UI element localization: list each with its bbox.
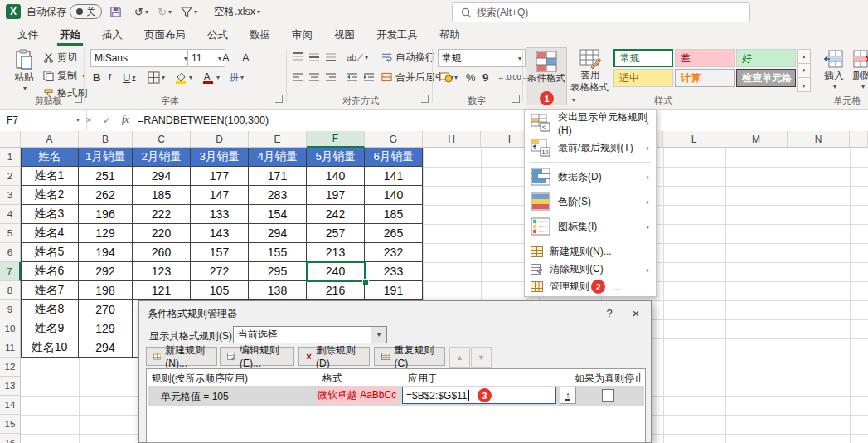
name-box[interactable]: F7▾: [0, 110, 87, 130]
row-header-8[interactable]: 8: [0, 281, 21, 300]
cell-style-计算[interactable]: 计算: [675, 69, 735, 87]
table-cell[interactable]: 129: [79, 319, 133, 338]
table-cell[interactable]: 154: [249, 205, 307, 224]
increase-indent-button[interactable]: [363, 69, 375, 85]
table-cell[interactable]: 143: [191, 224, 249, 243]
table-cell[interactable]: 138: [249, 281, 307, 300]
table-cell[interactable]: 157: [191, 243, 249, 262]
alignment-dialog-launcher[interactable]: [421, 95, 429, 103]
column-header-N[interactable]: N: [788, 131, 850, 148]
table-cell[interactable]: 171: [249, 167, 307, 186]
table-header-cell[interactable]: 姓名: [21, 148, 79, 167]
table-header-cell[interactable]: 6月销量: [365, 148, 423, 167]
table-cell[interactable]: 姓名1: [21, 167, 79, 186]
table-cell[interactable]: 姓名3: [21, 205, 79, 224]
gallery-scroll-down-button[interactable]: ▾: [797, 63, 811, 78]
stop-if-true-checkbox[interactable]: [602, 389, 614, 402]
table-cell[interactable]: 姓名8: [21, 300, 79, 319]
table-cell[interactable]: 242: [307, 205, 365, 224]
menu-item-图标集-I-[interactable]: 图标集(I)›: [525, 214, 656, 239]
cell-style-差[interactable]: 差: [675, 49, 735, 67]
table-cell[interactable]: 177: [191, 167, 249, 186]
column-header-H[interactable]: H: [423, 131, 481, 148]
tab-数据[interactable]: 数据: [239, 24, 281, 46]
selected-cell-F7[interactable]: [306, 261, 366, 282]
row-header-14[interactable]: 14: [0, 396, 21, 415]
row-header-16[interactable]: 16: [0, 434, 21, 443]
table-header-cell[interactable]: 4月销量: [249, 148, 307, 167]
table-cell[interactable]: 216: [307, 281, 365, 300]
table-cell[interactable]: 155: [249, 243, 307, 262]
table-cell[interactable]: 222: [133, 205, 191, 224]
table-cell[interactable]: 270: [79, 300, 133, 319]
column-header-F[interactable]: F: [307, 131, 365, 148]
cell-style-好[interactable]: 好: [736, 49, 796, 67]
dialog-help-button[interactable]: ?: [598, 304, 621, 321]
table-cell[interactable]: 272: [191, 262, 249, 281]
row-header-10[interactable]: 10: [0, 319, 21, 338]
table-cell[interactable]: 295: [249, 262, 307, 281]
column-header-partial[interactable]: [850, 131, 868, 148]
bold-button[interactable]: B: [93, 69, 100, 85]
row-header-5[interactable]: 5: [0, 224, 21, 243]
table-header-cell[interactable]: 2月销量: [133, 148, 191, 167]
tab-插入[interactable]: 插入: [91, 24, 133, 46]
save-button[interactable]: [109, 3, 122, 20]
tab-开始[interactable]: 开始: [49, 24, 91, 46]
formula-input[interactable]: =RANDBETWEEN(100,300): [138, 110, 269, 130]
decrease-font-button[interactable]: Aˇ: [242, 49, 251, 66]
cell-style-适中[interactable]: 适中: [613, 69, 673, 87]
orientation-button[interactable]: ab⟋▾: [347, 49, 368, 66]
tab-审阅[interactable]: 审阅: [281, 24, 323, 46]
show-rules-select[interactable]: 当前选择 ▾: [233, 326, 387, 343]
increase-font-button[interactable]: Aˆ: [222, 49, 231, 66]
select-all-corner[interactable]: [0, 131, 21, 148]
edit-rule-button[interactable]: 编辑规则(E)...: [220, 347, 294, 366]
menu-item-清除规则-C-[interactable]: 清除规则(C)›: [525, 260, 656, 278]
phonetic-guide-button[interactable]: 拼▾: [230, 69, 244, 85]
percent-style-button[interactable]: %: [466, 69, 476, 85]
cell-style-检查单元格[interactable]: 检查单元格: [736, 69, 796, 87]
table-cell[interactable]: 294: [79, 338, 133, 358]
menu-item-最前-最后规则-T-[interactable]: 10最前/最后规则(T)›: [525, 135, 656, 160]
column-header-C[interactable]: C: [133, 131, 191, 148]
fill-handle[interactable]: [362, 279, 369, 285]
cell-style-常规[interactable]: 常规: [613, 49, 673, 67]
menu-item-管理规则[interactable]: 管理规则2...: [525, 278, 656, 295]
align-center-button[interactable]: [308, 69, 320, 85]
table-cell[interactable]: 197: [307, 186, 365, 205]
move-rule-up-button[interactable]: ▲: [449, 347, 470, 368]
new-rule-button[interactable]: 新建规则(N)...: [146, 347, 217, 366]
table-cell[interactable]: 姓名6: [21, 262, 79, 281]
table-cell[interactable]: 191: [365, 281, 423, 300]
cancel-formula-button[interactable]: ×: [80, 110, 98, 130]
table-cell[interactable]: 姓名7: [21, 281, 79, 300]
fill-color-button[interactable]: ▾: [174, 69, 192, 85]
table-cell[interactable]: 姓名10: [21, 338, 79, 358]
row-header-4[interactable]: 4: [0, 205, 21, 224]
dialog-close-button[interactable]: ×: [624, 304, 647, 321]
tab-开发工具[interactable]: 开发工具: [366, 24, 429, 46]
table-cell[interactable]: 292: [79, 262, 133, 281]
row-header-9[interactable]: 9: [0, 300, 21, 319]
undo-button[interactable]: ↺▾: [134, 3, 148, 20]
menu-item-数据条-D-[interactable]: 数据条(D)›: [525, 164, 656, 189]
number-format-select[interactable]: 常规▾: [438, 49, 526, 67]
move-rule-down-button[interactable]: ▼: [471, 347, 492, 368]
table-cell[interactable]: 121: [133, 281, 191, 300]
column-header-L[interactable]: L: [663, 131, 725, 148]
column-header-D[interactable]: D: [191, 131, 249, 148]
table-cell[interactable]: 257: [307, 224, 365, 243]
rule-row[interactable]: 单元格值 = 105 微软卓越 AaBbCc =$B$2:$G$11 3 ↑: [148, 386, 644, 406]
italic-button[interactable]: I: [108, 69, 111, 85]
gallery-scroll-up-button[interactable]: ▴: [797, 49, 811, 64]
conditional-formatting-button[interactable]: 条件格式 1: [526, 47, 567, 105]
collapse-dialog-button[interactable]: ↑: [560, 387, 576, 404]
table-cell[interactable]: 185: [365, 205, 423, 224]
clipboard-dialog-launcher[interactable]: [75, 95, 82, 103]
tab-帮助[interactable]: 帮助: [429, 24, 471, 46]
decrease-indent-button[interactable]: [347, 69, 358, 85]
table-cell[interactable]: 123: [133, 262, 191, 281]
font-dialog-launcher[interactable]: [275, 95, 283, 103]
column-header-G[interactable]: G: [365, 131, 423, 148]
